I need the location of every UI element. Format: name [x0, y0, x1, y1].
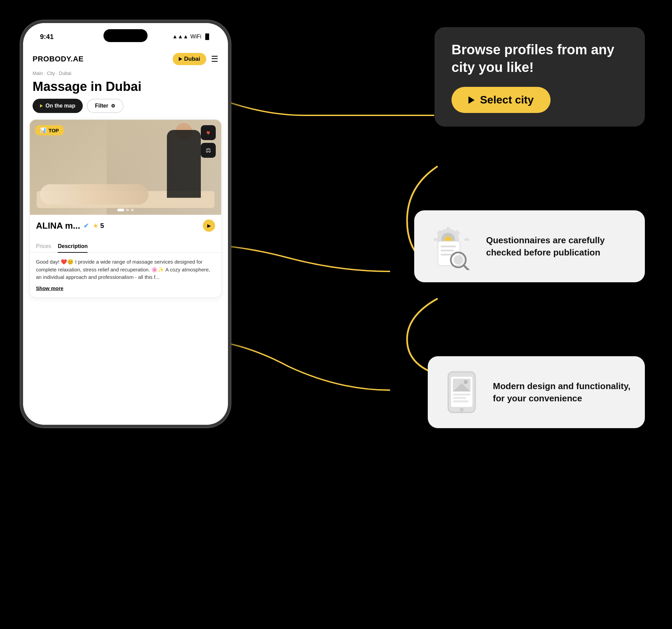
top-icon: 📊	[40, 127, 46, 133]
status-time: 9:41	[40, 33, 54, 41]
city-callout-text: Browse profiles from any city you like!	[452, 41, 628, 76]
dynamic-island	[103, 29, 148, 42]
questionnaire-callout: Questionnaires are carefully checked bef…	[414, 210, 645, 282]
person-lying	[40, 184, 149, 205]
wifi-icon: WiFi	[190, 34, 201, 40]
tab-prices[interactable]: Prices	[36, 241, 51, 252]
select-city-arrow-icon	[468, 96, 475, 104]
phone-frame: 9:41 ▲▲▲ WiFi ▐▌ PROBODY.AE Dubai	[20, 20, 231, 427]
svg-rect-28	[453, 400, 468, 402]
compare-button[interactable]: ⚖	[201, 143, 216, 158]
phone-screen: 9:41 ▲▲▲ WiFi ▐▌ PROBODY.AE Dubai	[23, 23, 228, 425]
city-callout: Browse profiles from any city you like! …	[435, 27, 645, 127]
design-callout: Modern design and functionality, for you…	[428, 356, 645, 428]
tab-description[interactable]: Description	[58, 241, 88, 252]
dot-3	[131, 209, 134, 211]
city-label: Dubai	[184, 56, 200, 62]
status-icons: ▲▲▲ WiFi ▐▌	[172, 34, 211, 40]
svg-rect-27	[453, 397, 466, 399]
heart-button[interactable]: ♥	[201, 125, 216, 140]
questionnaire-svg-icon	[428, 223, 475, 270]
signal-icon: ▲▲▲	[172, 34, 189, 40]
questionnaire-icon	[428, 223, 475, 270]
svg-point-22	[460, 408, 464, 412]
image-dots	[117, 209, 134, 211]
svg-point-25	[464, 380, 468, 384]
screen-content: PROBODY.AE Dubai ☰ Main · City · Dubai M…	[23, 47, 228, 425]
rating-row: ★ 5	[93, 222, 104, 230]
svg-rect-15	[441, 250, 454, 251]
svg-rect-26	[453, 394, 471, 396]
app-logo: PROBODY.AE	[33, 55, 83, 63]
map-button[interactable]: On the map	[33, 99, 83, 113]
hamburger-icon[interactable]: ☰	[211, 54, 218, 64]
star-icon: ★	[93, 222, 99, 230]
city-arrow-icon	[179, 57, 182, 61]
filter-button[interactable]: Filter ⚙	[87, 99, 123, 113]
svg-point-18	[454, 255, 463, 265]
location-arrow-icon: ▶	[207, 223, 211, 228]
verified-icon: ✔	[83, 222, 89, 230]
dot-1	[117, 209, 124, 211]
battery-icon: ▐▌	[203, 34, 211, 40]
compare-icon: ⚖	[206, 147, 211, 154]
therapist-body	[167, 130, 201, 198]
profile-description: Good day! ❤️😊 I provide a wide range of …	[30, 255, 221, 284]
city-button[interactable]: Dubai	[173, 53, 206, 65]
dot-2	[126, 209, 129, 211]
action-buttons: On the map Filter ⚙	[23, 99, 228, 119]
select-city-button[interactable]: Select city	[452, 87, 551, 113]
breadcrumb: Main · City · Dubai	[23, 69, 228, 77]
svg-rect-7	[464, 238, 469, 241]
app-header: PROBODY.AE Dubai ☰	[23, 47, 228, 69]
svg-rect-6	[434, 238, 439, 241]
profile-card: 📊 TOP ♥ ⚖	[29, 119, 222, 298]
svg-rect-14	[441, 246, 456, 247]
map-button-label: On the map	[45, 103, 75, 109]
header-right: Dubai ☰	[173, 53, 218, 65]
filter-icon: ⚙	[111, 103, 115, 109]
heart-icon: ♥	[206, 129, 210, 137]
card-body: ALINA m... ✔ ★ 5 ▶	[30, 215, 221, 241]
svg-line-19	[464, 265, 470, 270]
design-svg-icon	[441, 368, 482, 416]
design-text: Modern design and functionality, for you…	[493, 380, 631, 405]
phone-mockup: 9:41 ▲▲▲ WiFi ▐▌ PROBODY.AE Dubai	[20, 20, 231, 427]
profile-name: ALINA m...	[36, 221, 80, 231]
questionnaire-text: Questionnaires are carefully checked bef…	[486, 234, 631, 259]
svg-rect-4	[447, 227, 449, 231]
page-title: Massage in Dubai	[23, 77, 228, 99]
filter-label: Filter	[95, 103, 108, 109]
profile-name-row: ALINA m... ✔ ★ 5 ▶	[36, 220, 215, 232]
select-city-label: Select city	[480, 94, 534, 106]
show-more-button[interactable]: Show more	[30, 284, 221, 297]
top-badge: 📊 TOP	[35, 125, 64, 135]
design-icon	[441, 368, 482, 416]
card-image: 📊 TOP ♥ ⚖	[30, 120, 221, 215]
rating-value: 5	[100, 222, 104, 230]
map-arrow-icon	[40, 104, 43, 108]
card-tabs: Prices Description	[30, 241, 221, 253]
location-button[interactable]: ▶	[203, 220, 215, 232]
top-label: TOP	[49, 128, 59, 133]
